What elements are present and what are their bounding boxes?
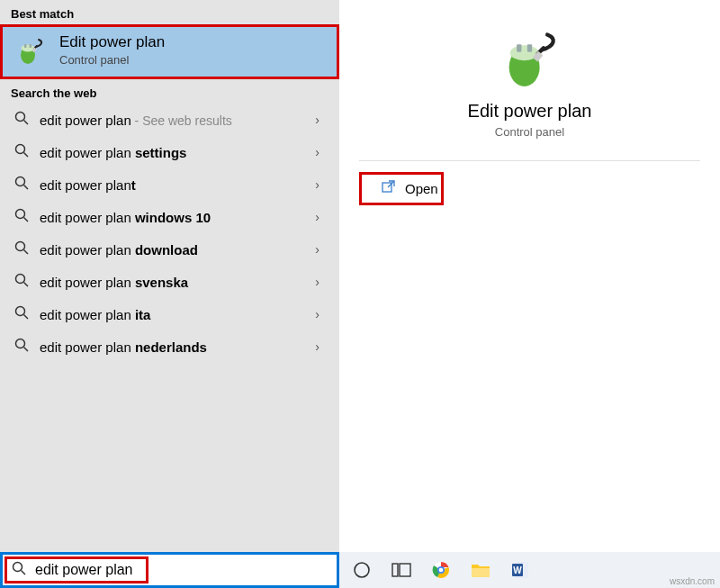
web-result-item[interactable]: edit power plan download›: [0, 233, 339, 266]
web-result-item[interactable]: edit power plan settings›: [0, 136, 339, 168]
chevron-right-icon[interactable]: ›: [315, 210, 325, 224]
cortana-icon[interactable]: [352, 560, 372, 580]
chevron-right-icon[interactable]: ›: [315, 275, 325, 289]
search-icon: [12, 561, 26, 579]
detail-subtitle: Control panel: [495, 125, 564, 139]
taskbar: W: [339, 552, 720, 588]
chevron-right-icon[interactable]: ›: [315, 145, 325, 159]
svg-point-13: [16, 242, 25, 251]
svg-rect-3: [30, 44, 32, 48]
web-result-item[interactable]: edit power plan ita›: [0, 298, 339, 330]
chevron-right-icon[interactable]: ›: [315, 177, 325, 192]
best-match-title: Edit power plan: [59, 33, 165, 51]
detail-panel: Edit power plan Control panel Open: [339, 0, 720, 552]
svg-line-12: [24, 218, 29, 222]
word-icon[interactable]: W: [510, 560, 530, 580]
best-match-header: Best match: [0, 0, 339, 24]
search-input[interactable]: [35, 562, 328, 578]
web-result-item[interactable]: edit power plan - See web results›: [0, 104, 339, 136]
detail-title: Edit power plan: [468, 101, 592, 122]
power-plan-icon: [14, 34, 47, 67]
svg-line-18: [24, 315, 29, 320]
open-button[interactable]: Open: [359, 172, 444, 205]
search-icon: [14, 176, 29, 194]
svg-point-5: [16, 113, 25, 122]
power-plan-icon: [500, 27, 561, 92]
search-icon: [14, 305, 29, 323]
search-bar[interactable]: [0, 552, 339, 588]
web-result-label: edit power plan svenska: [40, 275, 188, 290]
best-match-item[interactable]: Edit power plan Control panel: [0, 24, 339, 79]
svg-point-19: [16, 339, 25, 348]
svg-point-15: [16, 275, 25, 284]
svg-point-7: [16, 145, 25, 154]
web-results-list: edit power plan - See web results›edit p…: [0, 104, 339, 363]
search-icon: [14, 338, 29, 356]
best-match-subtitle: Control panel: [59, 53, 165, 67]
search-icon: [14, 143, 29, 161]
watermark: wsxdn.com: [670, 576, 715, 586]
search-web-header: Search the web: [0, 79, 339, 104]
svg-line-6: [24, 121, 29, 125]
chevron-right-icon[interactable]: ›: [315, 242, 325, 257]
search-icon: [14, 208, 29, 226]
svg-rect-24: [526, 44, 531, 52]
svg-rect-2: [24, 44, 27, 48]
svg-text:W: W: [513, 565, 522, 575]
web-result-label: edit power plan settings: [40, 145, 186, 160]
web-result-label: edit power plant: [40, 177, 136, 193]
search-icon: [14, 240, 29, 258]
svg-point-11: [16, 210, 25, 219]
chevron-right-icon[interactable]: ›: [315, 339, 325, 354]
svg-point-9: [16, 177, 25, 186]
search-icon: [14, 111, 29, 129]
file-explorer-icon[interactable]: [471, 560, 490, 580]
web-result-item[interactable]: edit power plan svenska›: [0, 266, 339, 298]
web-result-item[interactable]: edit power plant›: [0, 168, 339, 201]
web-result-label: edit power plan windows 10: [40, 210, 211, 225]
svg-line-10: [24, 185, 29, 190]
svg-point-29: [355, 563, 369, 577]
web-result-item[interactable]: edit power plan nederlands›: [0, 330, 339, 363]
chrome-icon[interactable]: [431, 560, 451, 580]
task-view-icon[interactable]: [392, 560, 411, 580]
svg-rect-35: [472, 568, 490, 577]
svg-point-17: [16, 307, 25, 316]
web-result-label: edit power plan nederlands: [40, 339, 207, 355]
open-label: Open: [405, 181, 438, 196]
search-results-panel: Best match Edit power plan Control panel…: [0, 0, 339, 552]
chevron-right-icon[interactable]: ›: [315, 113, 325, 127]
svg-line-20: [24, 348, 29, 352]
web-result-item[interactable]: edit power plan windows 10›: [0, 201, 339, 233]
svg-line-16: [24, 283, 29, 287]
svg-rect-26: [382, 183, 392, 192]
web-result-label: edit power plan ita: [40, 307, 150, 322]
divider: [359, 160, 700, 161]
open-icon: [382, 180, 396, 197]
svg-point-34: [439, 568, 444, 573]
svg-rect-31: [400, 564, 410, 576]
web-result-label: edit power plan download: [40, 242, 198, 258]
svg-line-28: [22, 571, 26, 575]
search-icon: [14, 273, 29, 291]
svg-point-27: [14, 563, 22, 572]
chevron-right-icon[interactable]: ›: [315, 307, 325, 321]
svg-rect-30: [392, 564, 398, 576]
svg-rect-23: [517, 44, 521, 52]
svg-line-14: [24, 250, 29, 255]
web-result-label: edit power plan - See web results: [40, 113, 232, 128]
svg-line-8: [24, 153, 29, 158]
